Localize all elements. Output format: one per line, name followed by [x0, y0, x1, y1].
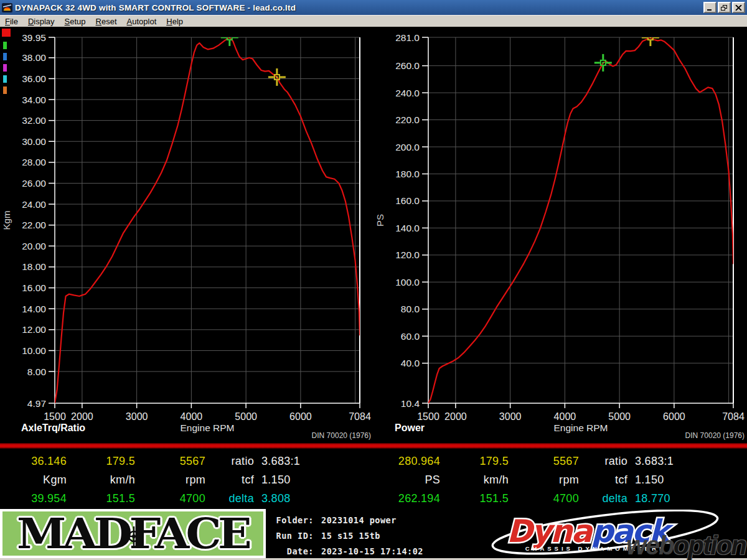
readout-value: km/h — [442, 474, 510, 487]
readout-value: ratio — [207, 455, 256, 468]
svg-text:5000: 5000 — [235, 411, 257, 422]
info-row: Run ID:15 s15 15tb — [270, 528, 484, 544]
run-color-swatch[interactable] — [3, 42, 7, 49]
run-color-swatch[interactable] — [3, 75, 7, 83]
svg-text:2000: 2000 — [71, 411, 93, 422]
AxleTrq/Ratio-svg: 39.9538.0036.0034.0032.0030.0028.0026.00… — [0, 27, 374, 443]
svg-text:10.4: 10.4 — [401, 398, 420, 409]
svg-text:1500: 1500 — [417, 411, 439, 422]
readout-value: 1.150 — [256, 474, 374, 487]
cursor-marker — [642, 29, 659, 46]
svg-text:36.00: 36.00 — [22, 73, 46, 84]
readout-value: 3.683:1 — [256, 455, 374, 468]
svg-text:14.00: 14.00 — [22, 304, 46, 314]
power-chart[interactable]: 281.0260.0240.0220.0200.0180.0160.0140.0… — [374, 27, 747, 443]
menu-display[interactable]: Display — [23, 16, 60, 27]
svg-text:2000: 2000 — [444, 411, 467, 422]
x-axis-label: Engine RPM — [180, 422, 234, 433]
svg-text:22.00: 22.00 — [22, 220, 46, 230]
din-standard-label: DIN 70020 (1976) — [685, 431, 745, 440]
readout-value: ratio — [581, 455, 629, 468]
svg-text:160.0: 160.0 — [395, 195, 420, 206]
svg-text:220.0: 220.0 — [395, 114, 420, 125]
svg-text:240.0: 240.0 — [395, 88, 420, 98]
svg-text:24.00: 24.00 — [22, 199, 46, 210]
readout-value: 36.146 — [0, 455, 68, 468]
menu-autoplot[interactable]: Autoplot — [122, 16, 162, 27]
readout-value: 4700 — [137, 492, 207, 505]
close-button[interactable] — [732, 2, 745, 13]
svg-text:40.0: 40.0 — [401, 358, 420, 368]
readout-panel: 36.146179.55567ratio3.683:1Kgmkm/hrpmtcf… — [0, 449, 747, 509]
svg-text:39.95: 39.95 — [22, 32, 46, 43]
divider-bar — [0, 443, 747, 449]
svg-text:4000: 4000 — [181, 411, 203, 422]
svg-text:30.00: 30.00 — [22, 136, 46, 147]
readout-value: km/h — [68, 474, 137, 487]
readout-value: 280.964 — [374, 455, 442, 468]
run-color-swatch[interactable] — [3, 53, 7, 60]
svg-text:8.00: 8.00 — [27, 366, 47, 377]
menu-help[interactable]: Help — [161, 16, 188, 27]
svg-text:34.00: 34.00 — [22, 95, 46, 105]
app-icon — [2, 3, 12, 12]
readout-value: 3.808 — [256, 492, 374, 505]
readout-value: 5567 — [137, 455, 207, 468]
restore-button[interactable] — [718, 2, 731, 13]
torque-chart[interactable]: 39.9538.0036.0034.0032.0030.0028.0026.00… — [0, 27, 374, 443]
chart-title: AxleTrq/Ratio — [21, 422, 85, 433]
svg-text:1500: 1500 — [44, 411, 66, 422]
menu-setup[interactable]: Setup — [60, 16, 91, 27]
readout-value: 179.5 — [442, 455, 510, 468]
minimize-button[interactable] — [703, 2, 716, 13]
svg-text:180.0: 180.0 — [395, 169, 420, 179]
svg-text:200.0: 200.0 — [395, 142, 420, 152]
run-color-swatch[interactable] — [3, 86, 7, 94]
y-axis-label: Kgm — [1, 211, 12, 230]
menu-file[interactable]: File — [0, 16, 23, 27]
svg-text:260.0: 260.0 — [395, 60, 420, 71]
dyno-curve — [55, 37, 360, 403]
svg-text:38.00: 38.00 — [22, 52, 46, 63]
readout-value: delta — [581, 492, 629, 505]
weboption-watermark: weboption — [626, 531, 746, 560]
svg-text:6000: 6000 — [663, 411, 685, 422]
readout-value: 5567 — [510, 455, 581, 468]
footer: MADFACE Folder:20231014 powerRun ID:15 s… — [0, 509, 747, 558]
readout-value: tcf — [581, 474, 629, 487]
svg-text:281.0: 281.0 — [395, 32, 420, 43]
readout-value: 4700 — [510, 492, 581, 505]
readout-value: delta — [207, 492, 256, 505]
svg-text:28.00: 28.00 — [22, 157, 46, 167]
svg-text:3000: 3000 — [126, 411, 148, 422]
info-row: Folder:20231014 power — [270, 513, 484, 528]
title-bar[interactable]: DYNAPACK 32 4WD with SMART CONTROL SOFTW… — [0, 0, 747, 15]
svg-text:140.0: 140.0 — [395, 223, 420, 233]
svg-text:60.0: 60.0 — [401, 331, 420, 342]
torque-readout: 36.146179.55567ratio3.683:1Kgmkm/hrpmtcf… — [0, 449, 374, 509]
svg-text:5000: 5000 — [608, 411, 631, 422]
run-color-swatch[interactable] — [2, 29, 11, 37]
svg-text:100.0: 100.0 — [395, 277, 420, 287]
svg-text:12.00: 12.00 — [22, 324, 46, 335]
readout-value: PS — [374, 474, 442, 487]
svg-text:32.00: 32.00 — [22, 115, 46, 126]
readout-value: 39.954 — [0, 492, 68, 505]
readout-value: Kgm — [0, 474, 68, 487]
dynapack-logo-part1: Dyna — [507, 513, 594, 549]
power-readout: 280.964179.55567ratio3.683:1PSkm/hrpmtcf… — [374, 449, 747, 509]
svg-text:16.00: 16.00 — [22, 282, 46, 293]
readout-value: 151.5 — [68, 492, 137, 505]
svg-text:4.97: 4.97 — [27, 398, 46, 409]
dyno-curve — [428, 37, 733, 403]
x-axis-label: Engine RPM — [553, 422, 608, 433]
readout-value: rpm — [510, 474, 581, 487]
chart-area: 39.9538.0036.0034.0032.0030.0028.0026.00… — [0, 27, 747, 443]
menu-reset[interactable]: Reset — [91, 16, 122, 27]
chart-title: Power — [395, 422, 425, 433]
cursor-marker — [594, 54, 612, 72]
svg-text:7084: 7084 — [349, 411, 371, 422]
svg-text:10.00: 10.00 — [22, 345, 46, 356]
Power-svg: 281.0260.0240.0220.0200.0180.0160.0140.0… — [374, 27, 747, 443]
run-color-swatch[interactable] — [3, 64, 7, 72]
